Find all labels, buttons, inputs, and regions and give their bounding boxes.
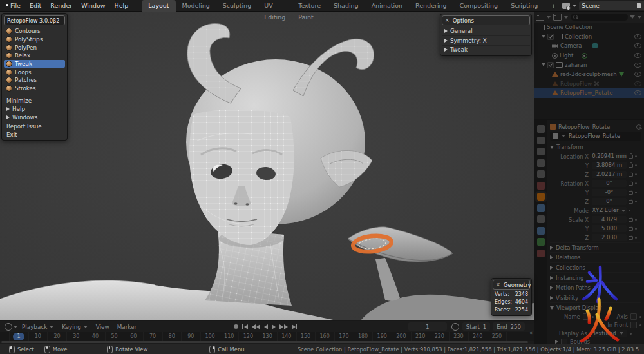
tool-polypen[interactable]: PolyPen xyxy=(4,43,65,52)
options-general-section[interactable]: General xyxy=(442,26,530,35)
section-motion-paths[interactable]: Motion Paths xyxy=(550,282,641,293)
section-visibility[interactable]: Visibility xyxy=(550,293,641,303)
new-scene-icon[interactable] xyxy=(637,3,641,8)
menu-file[interactable]: File xyxy=(6,0,25,12)
hide-eye-icon[interactable] xyxy=(634,53,641,58)
timeline-tick[interactable]: 10 xyxy=(28,332,48,341)
scene-icon[interactable] xyxy=(562,3,570,9)
timeline-tick[interactable]: 130 xyxy=(258,332,277,341)
chevron-down-icon[interactable] xyxy=(14,326,17,328)
animate-dot-icon[interactable] xyxy=(630,333,632,335)
expanded-arrow-icon[interactable] xyxy=(542,63,545,66)
current-frame-indicator[interactable]: 1 xyxy=(13,333,24,340)
hide-eye-icon[interactable] xyxy=(634,81,641,86)
animate-dot-icon[interactable] xyxy=(635,192,637,193)
menu-help[interactable]: Help xyxy=(110,0,133,12)
exit-button[interactable]: Exit xyxy=(3,130,66,139)
timeline-tick[interactable]: 200 xyxy=(392,332,411,341)
menu-window[interactable]: Window xyxy=(77,0,109,12)
section-relations[interactable]: Relations xyxy=(550,252,641,262)
object-tab-icon[interactable] xyxy=(537,193,545,201)
animate-dot-icon[interactable] xyxy=(635,155,637,157)
menu-render[interactable]: Render xyxy=(46,0,77,12)
mesh-data-icon[interactable] xyxy=(619,72,624,77)
timeline-tick[interactable]: 150 xyxy=(296,332,316,341)
chevron-down-icon[interactable] xyxy=(547,16,551,19)
record-button[interactable] xyxy=(234,324,238,329)
animate-dot-icon[interactable] xyxy=(635,182,637,184)
timeline-tick[interactable]: 140 xyxy=(277,332,296,341)
rotation-z-input[interactable]: 0° xyxy=(592,198,627,206)
modifiers-tab-icon[interactable] xyxy=(537,204,545,212)
editor-type-icon[interactable] xyxy=(536,14,544,21)
next-keyframe-button[interactable] xyxy=(279,324,288,329)
animate-dot-icon[interactable] xyxy=(635,164,637,166)
timeline-tick[interactable]: 120 xyxy=(239,332,258,341)
timeline-tick[interactable]: 100 xyxy=(200,332,220,341)
end-frame-field[interactable]: End250 xyxy=(493,322,525,331)
menu-edit[interactable]: Edit xyxy=(25,0,46,12)
timeline-tick[interactable]: 30 xyxy=(66,332,86,341)
hide-eye-icon[interactable] xyxy=(634,90,641,95)
timeline-tick[interactable]: 230 xyxy=(449,332,468,341)
lock-icon[interactable] xyxy=(629,227,633,231)
collection-checkbox[interactable] xyxy=(547,34,554,40)
lock-icon[interactable] xyxy=(629,200,633,204)
prev-keyframe-button[interactable] xyxy=(252,324,260,329)
options-tweak-section[interactable]: Tweak xyxy=(442,45,530,55)
outliner-row-retopoflow[interactable]: RetopoFlow xyxy=(534,79,644,89)
timeline-tick[interactable]: 160 xyxy=(315,332,334,341)
timeline-tick[interactable]: 70 xyxy=(143,332,162,341)
rotation-y-input[interactable]: -0° xyxy=(592,189,627,197)
outliner-row-collection[interactable]: Collection xyxy=(534,32,644,42)
animate-dot-icon[interactable] xyxy=(639,324,641,326)
name-checkbox[interactable] xyxy=(583,313,589,320)
timeline-tick[interactable]: 90 xyxy=(182,332,201,341)
retopoflow-panel-title[interactable]: RetopoFlow 3.0.0β2 xyxy=(4,15,65,25)
location-z-input[interactable]: 2.0217 m xyxy=(592,171,627,179)
animate-dot-icon[interactable] xyxy=(635,173,637,175)
animate-dot-icon[interactable] xyxy=(635,237,637,239)
play-reverse-button[interactable] xyxy=(264,324,268,329)
tab-scripting[interactable]: Scripting xyxy=(504,0,544,12)
timeline-tick[interactable]: 50 xyxy=(105,332,124,341)
start-frame-field[interactable]: Start1 xyxy=(462,322,490,331)
section-collections[interactable]: Collections xyxy=(550,262,641,273)
outliner-search-input[interactable] xyxy=(571,14,628,21)
timeline-tick[interactable]: 190 xyxy=(372,332,392,341)
tool-polystrips[interactable]: PolyStrips xyxy=(4,35,65,44)
in-front-checkbox[interactable] xyxy=(630,322,637,328)
material-tab-icon[interactable] xyxy=(537,250,545,257)
timeline-tick[interactable]: 180 xyxy=(354,332,373,341)
location-y-input[interactable]: 3.8084 m xyxy=(592,162,627,170)
axis-checkbox[interactable] xyxy=(630,313,637,320)
location-x-input[interactable]: 0.26941 mm xyxy=(592,153,627,161)
output-tab-icon[interactable] xyxy=(537,148,545,155)
tab-compositing[interactable]: Compositing xyxy=(453,0,505,12)
close-icon[interactable]: × xyxy=(496,282,500,288)
add-workspace-button[interactable]: + xyxy=(544,0,562,12)
animate-dot-icon[interactable] xyxy=(635,228,637,230)
section-instancing[interactable]: Instancing xyxy=(550,272,641,282)
rotation-mode-select[interactable]: XYZ Euler xyxy=(592,207,627,215)
timeline-tick[interactable]: 60 xyxy=(124,332,143,341)
playback-menu[interactable]: Playback xyxy=(18,324,58,330)
animate-dot-icon[interactable] xyxy=(635,219,637,221)
chevron-down-icon[interactable] xyxy=(564,16,568,19)
geometry-panel-header[interactable]: × Geometry xyxy=(493,280,530,290)
display-as-select[interactable]: Textured xyxy=(590,330,627,338)
section-viewport-display[interactable]: Viewport Display xyxy=(550,302,641,313)
close-icon[interactable]: × xyxy=(445,17,450,23)
lock-icon[interactable] xyxy=(629,182,633,186)
render-tab-icon[interactable] xyxy=(537,137,545,144)
timeline-tick[interactable]: 210 xyxy=(411,332,430,341)
tab-texture-paint[interactable]: Texture Paint xyxy=(292,0,327,12)
keying-menu[interactable]: Keying xyxy=(58,324,92,330)
timeline-tick[interactable]: 220 xyxy=(430,332,449,341)
tab-animation[interactable]: Animation xyxy=(365,0,409,12)
outliner-row-light[interactable]: Light xyxy=(534,51,644,61)
lock-icon[interactable] xyxy=(629,164,633,168)
options-symmetry-section[interactable]: Symmetry: X xyxy=(442,35,530,45)
scale-x-input[interactable]: 4.829 xyxy=(592,216,627,224)
animate-dot-icon[interactable] xyxy=(639,316,641,318)
